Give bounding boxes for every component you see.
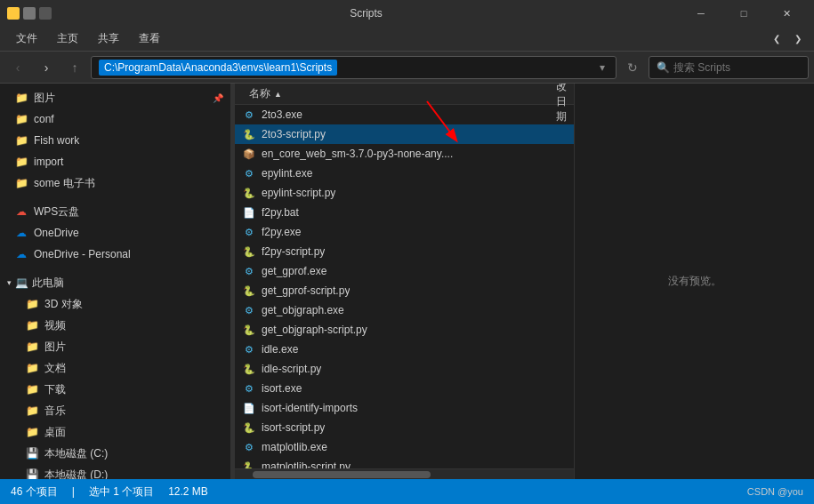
sidebar-label-wps: WPS云盘 [34,204,79,220]
minimize-button[interactable]: ─ [681,0,721,27]
menu-file[interactable]: 文件 [7,28,46,50]
table-row[interactable]: ⚙ f2py.exe 2023/8/18 21 [235,222,574,242]
sidebar-item-onedrive-personal[interactable]: ☁ OneDrive - Personal [0,244,230,265]
refresh-button[interactable]: ↻ [620,55,645,80]
sidebar-item-video[interactable]: 📁 视频 [0,315,230,336]
table-row[interactable]: ⚙ epylint.exe 2022/12/7 11 [235,164,574,183]
table-row[interactable]: ⚙ matplotlib.exe 2023/7/26 22 [235,437,574,457]
sidebar-label-picture: 图片 [44,340,66,355]
sidebar-label-fish-work: Fish work [34,134,79,147]
address-path: C:\ProgramData\Anaconda3\envs\learn1\Scr… [99,60,337,76]
table-row[interactable]: 🐍 2to3-script.py 2023/9/11 21 [235,124,574,144]
file-name-cell: 🐍 get_gprof-script.py [242,284,567,298]
table-row[interactable]: 📦 en_core_web_sm-3.7.0-py3-none-any.... … [235,144,574,164]
file-name-text: idle.exe [262,343,298,356]
sidebar-item-import[interactable]: 📁 import [0,151,230,172]
sidebar-item-picture[interactable]: 📁 图片 [0,336,230,357]
file-name-cell: ⚙ matplotlib.exe [242,440,567,454]
table-row[interactable]: 🐍 get_objgraph-script.py 2023/8/17 19 [235,320,574,340]
table-row[interactable]: 📄 isort-identify-imports 2023/9/26 14 [235,398,574,418]
sidebar-label-drive-c: 本地磁盘 (C:) [44,446,108,461]
sidebar-label-conf: conf [34,113,54,125]
forward-button[interactable]: › [34,55,59,80]
table-row[interactable]: 🐍 f2py-script.py 2023/9/28 0: [235,242,574,261]
sidebar-item-desktop[interactable]: 📁 桌面 [0,421,230,443]
maximize-button[interactable]: □ [723,0,764,27]
file-type-icon: ⚙ [242,108,256,122]
file-name-text: epylint-script.py [262,187,335,199]
menu-arrow-right[interactable]: ❯ [789,30,807,48]
sidebar-item-drive-d[interactable]: 💾 本地磁盘 (D:) [0,464,230,479]
file-name-text: get_objgraph-script.py [262,324,367,336]
file-type-icon: ⚙ [242,264,256,278]
scrollbar-thumb[interactable] [253,471,431,478]
sidebar-item-drive-c[interactable]: 💾 本地磁盘 (C:) [0,443,230,464]
file-type-icon: 🐍 [242,362,256,376]
address-bar[interactable]: C:\ProgramData\Anaconda3\envs\learn1\Scr… [91,56,617,79]
menu-home[interactable]: 主页 [48,28,87,50]
sidebar-item-ebooks[interactable]: 📁 some 电子书 [0,172,230,194]
file-name-text: idle-script.py [262,363,321,375]
status-bar: 46 个项目 | 选中 1 个项目 12.2 MB CSDN @you [0,479,814,504]
table-row[interactable]: 🐍 epylint-script.py 2023/2/21 3: [235,183,574,203]
menu-view[interactable]: 查看 [130,28,169,50]
nav-bar: ‹ › ↑ C:\ProgramData\Anaconda3\envs\lear… [0,52,814,84]
file-name-text: get_gprof.exe [262,265,326,277]
file-name-cell: ⚙ get_objgraph.exe [242,303,567,317]
file-type-icon: 🐍 [242,420,256,435]
horizontal-scrollbar[interactable] [235,468,574,479]
file-name-text: isort-script.py [262,421,325,434]
menu-share[interactable]: 共享 [89,28,128,50]
sidebar-item-downloads[interactable]: 📁 下载 [0,379,230,400]
table-row[interactable]: 🐍 isort-script.py 2023/9/26 14 [235,418,574,437]
table-row[interactable]: 🐍 matplotlib-script.py 2023/8/18 3: [235,457,574,468]
file-type-icon: 🐍 [242,460,256,468]
file-name-cell: ⚙ get_gprof.exe [242,264,567,278]
address-dropdown[interactable]: ▾ [596,61,608,74]
menu-arrow-left[interactable]: ❮ [768,30,786,48]
sidebar-item-pictures[interactable]: 📁 图片 📌 [0,87,230,108]
table-row[interactable]: 📄 f2py.bat 2023/9/28 0: [235,203,574,222]
table-row[interactable]: 🐍 get_gprof-script.py 2023/8/17 19 [235,281,574,300]
onedrive-personal-icon: ☁ [14,247,28,261]
video-icon: 📁 [25,318,39,332]
sidebar-item-onedrive[interactable]: ☁ OneDrive [0,222,230,244]
search-box[interactable]: 🔍 [649,56,809,79]
file-name-text: f2py.bat [262,206,299,219]
sidebar-item-docs[interactable]: 📁 文档 [0,357,230,379]
up-button[interactable]: ↑ [62,55,87,80]
col-name-header[interactable]: 名称 ▲ [242,86,556,101]
file-name-text: epylint.exe [262,167,312,180]
sidebar-this-pc[interactable]: ▾ 💻 此电脑 [0,272,230,293]
file-type-icon: ⚙ [242,440,256,454]
status-size: 12.2 MB [168,485,208,498]
menu-bar: 文件 主页 共享 查看 ❮ ❯ [0,27,814,52]
folder-icon: 📁 [14,112,28,126]
file-name-cell: 🐍 isort-script.py [242,420,567,435]
sidebar-label-video: 视频 [44,318,66,333]
close-button[interactable]: ✕ [766,0,807,27]
sidebar-item-fish-work[interactable]: 📁 Fish work [0,130,230,151]
table-row[interactable]: ⚙ get_gprof.exe 2023/7/26 22 [235,261,574,281]
file-list-header: 名称 ▲ 修改日期 [235,84,574,105]
menu-arrows: ❮ ❯ [768,30,807,48]
folder-icon: 📁 [14,91,28,105]
sidebar-item-conf[interactable]: 📁 conf [0,108,230,130]
back-button[interactable]: ‹ [5,55,30,80]
file-list: ⚙ 2to3.exe 2023/9/11 21 🐍 2to3-script.py… [235,105,574,468]
table-row[interactable]: ⚙ 2to3.exe 2023/9/11 21 [235,105,574,124]
sidebar-item-3d[interactable]: 📁 3D 对象 [0,293,230,315]
sidebar-label-downloads: 下载 [44,382,66,397]
table-row[interactable]: 🐍 idle-script.py 2023/9/11 21 [235,359,574,379]
sidebar-label-3d: 3D 对象 [44,297,83,312]
table-row[interactable]: ⚙ idle.exe 2023/9/11 21 [235,340,574,359]
search-input[interactable] [673,61,801,74]
window-controls[interactable]: ─ □ ✕ [681,0,807,27]
file-name-cell: 📄 isort-identify-imports [242,401,567,415]
table-row[interactable]: ⚙ isort.exe 2022/5/27 5: [235,379,574,398]
file-name-text: 2to3-script.py [262,128,326,140]
table-row[interactable]: ⚙ get_objgraph.exe 2023/7/26 22 [235,300,574,320]
main-content: 📁 图片 📌 📁 conf 📁 Fish work 📁 import 📁 som… [0,84,814,479]
sidebar-item-wps[interactable]: ☁ WPS云盘 [0,201,230,222]
sidebar-item-music[interactable]: 📁 音乐 [0,400,230,421]
